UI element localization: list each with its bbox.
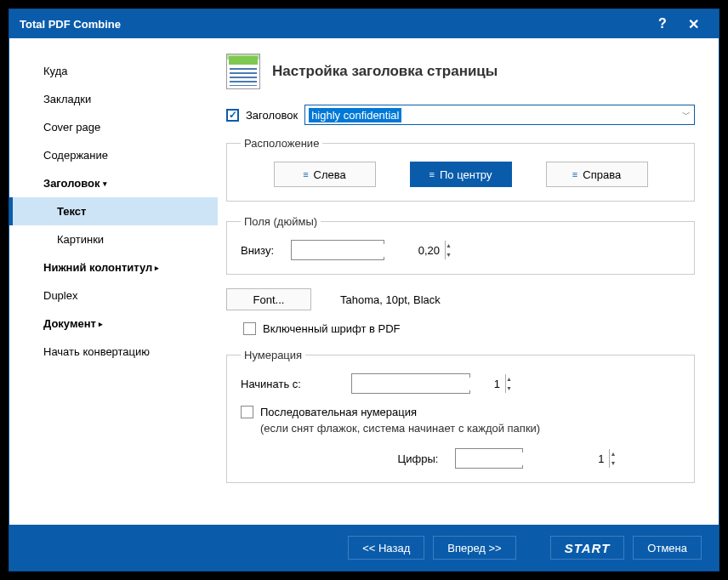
margin-bottom-field: Внизу: ▲▼	[241, 240, 680, 260]
sidebar-item-header[interactable]: Заголовок▾	[9, 169, 218, 197]
header-row: Заголовок highly confidential ﹀	[226, 105, 695, 125]
header-text-value: highly confidential	[309, 108, 401, 122]
help-icon[interactable]: ?	[647, 16, 678, 31]
start-number-field: Начинать с: ▲▼	[241, 373, 680, 394]
cancel-button[interactable]: Отмена	[633, 536, 702, 560]
sidebar-item-text[interactable]: Текст	[9, 197, 218, 225]
sidebar-item-contents[interactable]: Содержание	[9, 141, 218, 169]
numbering-fieldset: Нумерация Начинать с: ▲▼ Последовательна…	[226, 349, 695, 483]
font-button[interactable]: Font...	[226, 288, 311, 310]
digits-field: Цифры: ▲▼	[241, 448, 680, 469]
main-window: Total PDF Combine ? ✕ Куда Закладки Cove…	[9, 9, 719, 571]
close-icon[interactable]: ✕	[678, 16, 708, 32]
sidebar-item-start-conversion[interactable]: Начать конвертацию	[9, 338, 218, 366]
margin-bottom-spinner[interactable]: ▲▼	[291, 240, 384, 260]
start-button[interactable]: START	[550, 536, 625, 560]
document-header-icon	[226, 54, 260, 89]
margins-legend: Поля (дюймы)	[241, 215, 321, 228]
header-checkbox-label: Заголовок	[246, 109, 298, 122]
titlebar: Total PDF Combine ? ✕	[9, 9, 719, 38]
page-title: Настройка заголовка страницы	[272, 63, 498, 80]
start-number-input[interactable]	[352, 378, 505, 390]
sequential-text: Последовательная нумерация (если снят фл…	[260, 406, 540, 435]
sequential-note: (если снят флажок, система начинает с ка…	[260, 422, 540, 435]
alignment-legend: Расположение	[241, 137, 322, 150]
align-right-button[interactable]: ≡Справа	[546, 162, 648, 187]
sequential-checkbox[interactable]	[241, 406, 253, 418]
margins-fieldset: Поля (дюймы) Внизу: ▲▼	[226, 215, 695, 275]
window-title: Total PDF Combine	[20, 18, 647, 31]
embed-font-checkbox[interactable]	[243, 322, 256, 335]
sidebar-item-duplex[interactable]: Duplex	[9, 281, 218, 310]
align-right-icon: ≡	[572, 169, 577, 179]
start-number-label: Начинать с:	[241, 378, 326, 390]
align-center-button[interactable]: ≡По центру	[410, 162, 512, 187]
spin-up-icon[interactable]: ▲	[506, 374, 512, 384]
alignment-fieldset: Расположение ≡Слева ≡По центру ≡Справа	[226, 137, 695, 202]
chevron-right-icon: ▸	[99, 320, 103, 328]
font-description: Tahoma, 10pt, Black	[340, 293, 441, 306]
digits-spinner[interactable]: ▲▼	[455, 448, 523, 469]
sidebar-item-document[interactable]: Документ▸	[9, 310, 218, 338]
spin-up-icon[interactable]: ▲	[610, 449, 616, 458]
chevron-down-icon: ﹀	[682, 109, 691, 121]
sidebar-item-bookmarks[interactable]: Закладки	[9, 85, 218, 113]
header-enable-checkbox[interactable]	[226, 109, 239, 122]
spin-up-icon[interactable]: ▲	[446, 241, 452, 250]
main-panel: Настройка заголовка страницы Заголовок h…	[218, 38, 719, 525]
sequential-label: Последовательная нумерация	[260, 406, 540, 418]
sequential-row: Последовательная нумерация (если снят фл…	[241, 406, 680, 435]
spin-down-icon[interactable]: ▼	[506, 384, 512, 393]
footer: << Назад Вперед >> START Отмена	[9, 525, 719, 571]
sidebar-item-images[interactable]: Картинки	[9, 225, 218, 253]
chevron-right-icon: ▸	[155, 264, 159, 272]
digits-input[interactable]	[456, 452, 609, 465]
sidebar-item-footer[interactable]: Нижний колонтитул▸	[9, 253, 218, 281]
body: Куда Закладки Cover page Содержание Заго…	[9, 38, 719, 525]
numbering-legend: Нумерация	[241, 349, 305, 361]
start-number-spinner[interactable]: ▲▼	[351, 373, 470, 394]
alignment-buttons: ≡Слева ≡По центру ≡Справа	[241, 162, 680, 187]
font-row: Font... Tahoma, 10pt, Black	[226, 288, 695, 310]
align-center-icon: ≡	[429, 169, 435, 179]
margin-bottom-input[interactable]	[292, 244, 445, 257]
header-text-combo[interactable]: highly confidential ﹀	[304, 105, 695, 125]
spin-down-icon[interactable]: ▼	[446, 250, 452, 259]
margin-bottom-label: Внизу:	[241, 244, 274, 257]
back-button[interactable]: << Назад	[348, 536, 424, 560]
align-left-button[interactable]: ≡Слева	[274, 162, 376, 187]
sidebar: Куда Закладки Cover page Содержание Заго…	[9, 38, 218, 525]
sidebar-item-destination[interactable]: Куда	[9, 57, 218, 85]
chevron-down-icon: ▾	[103, 179, 107, 188]
embed-font-label: Включенный шрифт в PDF	[263, 322, 401, 335]
page-header: Настройка заголовка страницы	[226, 54, 695, 89]
forward-button[interactable]: Вперед >>	[433, 536, 516, 560]
embed-font-row: Включенный шрифт в PDF	[243, 322, 695, 335]
sidebar-item-cover-page[interactable]: Cover page	[9, 113, 218, 141]
align-left-icon: ≡	[303, 169, 308, 179]
spin-down-icon[interactable]: ▼	[610, 458, 616, 468]
digits-label: Цифры:	[398, 452, 439, 465]
